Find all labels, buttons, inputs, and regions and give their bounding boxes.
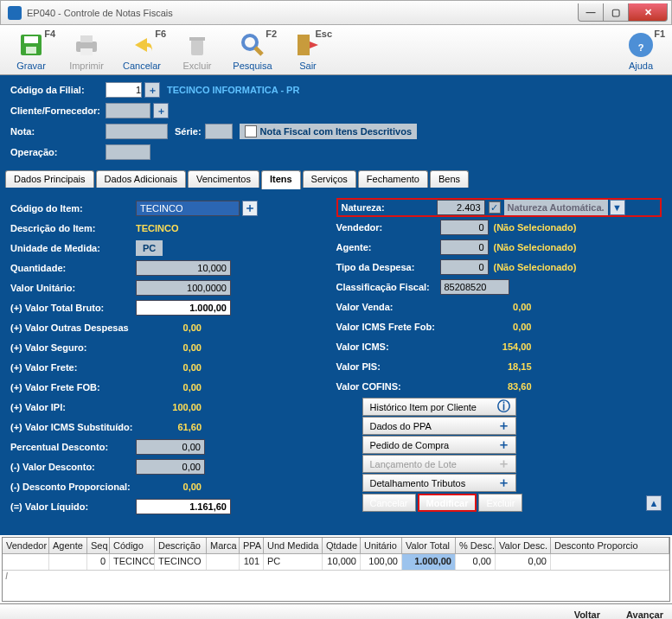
window-title: EP040 - Controle de Notas Fiscais: [27, 8, 579, 18]
seguro-label: (+) Valor Seguro:: [10, 342, 136, 353]
tab-fechamento[interactable]: Fechamento: [358, 170, 428, 188]
search-icon: [238, 30, 267, 60]
descritivos-checkbox-row[interactable]: Nota Fiscal com Itens Descritivos: [240, 124, 417, 139]
item-modificar-button[interactable]: Modificar: [418, 494, 477, 512]
item-cancelar-button[interactable]: Cancelar: [362, 494, 416, 512]
natureza-dropdown-button[interactable]: ▼: [610, 200, 625, 215]
codigo-filial-input[interactable]: [106, 82, 142, 98]
plus-icon: ＋: [497, 456, 510, 472]
grid-header[interactable]: Marca: [207, 538, 240, 553]
vendedor-input[interactable]: [440, 220, 489, 235]
grid-header[interactable]: % Desc.: [456, 538, 496, 553]
grid-header[interactable]: Desconto Proporcio: [551, 538, 669, 553]
grid-header[interactable]: Und Medida: [264, 538, 323, 553]
natureza-auto-checkbox[interactable]: ✓: [489, 201, 501, 214]
cliente-input[interactable]: [106, 103, 150, 118]
serie-label: Série:: [175, 126, 202, 137]
tributos-button[interactable]: Detalhamento Tributos＋: [362, 474, 516, 492]
total-bruto-input[interactable]: [136, 300, 231, 316]
tab-servicos[interactable]: Serviços: [303, 170, 356, 188]
codigo-item-input[interactable]: [136, 201, 240, 216]
natureza-auto-label: Natureza Automática.: [504, 200, 608, 215]
cancelar-button[interactable]: F6 Cancelar: [114, 27, 170, 73]
table-row[interactable]: 0 TECINCO TECINCO 101 PC 10,000 100,00 1…: [3, 554, 669, 570]
ppa-button[interactable]: Dados do PPA＋: [362, 417, 516, 435]
liquido-input[interactable]: [136, 499, 231, 514]
grid-header[interactable]: Descrição: [155, 538, 207, 553]
imprimir-button[interactable]: Imprimir: [59, 27, 114, 73]
close-button[interactable]: ✕: [628, 3, 668, 22]
seguro-value: 0,00: [136, 342, 205, 353]
grid-header[interactable]: Agente: [49, 538, 87, 553]
cliente-label: Cliente/Fornecedor:: [10, 105, 106, 116]
avancar-button[interactable]: Avançar: [626, 609, 663, 620]
nota-label: Nota:: [10, 126, 48, 137]
grid-header[interactable]: Qtdade: [323, 538, 361, 553]
tab-itens[interactable]: Itens: [261, 170, 301, 189]
valor-unitario-input[interactable]: [136, 280, 231, 296]
grid-insert-row[interactable]: I: [3, 570, 669, 585]
grid-header[interactable]: Código: [110, 538, 155, 553]
class-fiscal-input[interactable]: [440, 279, 509, 295]
outras-desp-label: (+) Valor Outras Despesas: [10, 322, 136, 333]
cliente-lookup-button[interactable]: ＋: [153, 103, 169, 118]
descritivos-checkbox[interactable]: [245, 125, 257, 137]
ipi-label: (+) Valor IPI:: [10, 402, 136, 412]
cofins-value: 83,60: [466, 381, 535, 392]
total-bruto-label: (+) Valor Total Bruto:: [10, 303, 136, 313]
tipo-despesa-input[interactable]: [440, 259, 489, 275]
perc-desc-input[interactable]: [136, 439, 205, 455]
unidade-value: PC: [136, 240, 163, 256]
agente-input[interactable]: [440, 239, 489, 255]
info-icon: ⓘ: [497, 399, 510, 415]
itens-panel: Código do Item: ＋ Descrição do Item: TEC…: [0, 189, 672, 535]
pedido-button[interactable]: Pedido de Compra＋: [362, 436, 516, 454]
item-excluir-button[interactable]: Excluir: [478, 494, 522, 512]
perc-desc-label: Percentual Desconto:: [10, 442, 136, 452]
tab-bens[interactable]: Bens: [430, 170, 469, 188]
val-desc-input[interactable]: [136, 459, 205, 475]
grid-header[interactable]: Seq: [87, 538, 110, 553]
codigo-item-lookup[interactable]: ＋: [242, 201, 258, 216]
svg-rect-7: [189, 37, 205, 41]
grid-header[interactable]: Unitário: [361, 538, 402, 553]
icms-sub-value: 61,60: [136, 422, 205, 432]
ajuda-button[interactable]: F1 ? Ajuda: [613, 27, 669, 73]
valor-unitario-label: Valor Unitário:: [10, 283, 136, 293]
maximize-button[interactable]: ▢: [603, 3, 629, 22]
printer-icon: [72, 30, 101, 60]
serie-input[interactable]: [205, 124, 233, 139]
frete-fob-value: 0,00: [136, 382, 205, 392]
gravar-button[interactable]: F4 Gravar: [3, 27, 59, 73]
icms-fob-value: 0,00: [466, 322, 535, 332]
excluir-button[interactable]: Excluir: [170, 27, 225, 73]
class-fiscal-label: Classificação Fiscal:: [336, 282, 440, 292]
pesquisa-button[interactable]: F2 Pesquisa: [225, 27, 280, 73]
unidade-label: Unidade de Medida:: [10, 243, 136, 253]
historico-button[interactable]: Histórico Item por Clienteⓘ: [362, 398, 516, 416]
svg-rect-4: [80, 35, 93, 42]
sair-button[interactable]: Esc Sair: [280, 27, 336, 73]
tab-vencimentos[interactable]: Vencimentos: [188, 170, 259, 188]
quantidade-input[interactable]: [136, 260, 231, 276]
nota-input[interactable]: [106, 124, 168, 139]
tab-dados-principais[interactable]: Dados Principais: [5, 170, 94, 188]
icms-fob-label: Valor ICMS Frete Fob:: [336, 322, 466, 332]
valor-venda-label: Valor Venda:: [336, 302, 466, 312]
voltar-button[interactable]: Voltar: [574, 609, 600, 620]
operacao-input[interactable]: [106, 144, 150, 160]
minimize-button[interactable]: —: [578, 3, 604, 22]
grid-header[interactable]: Valor Desc.: [496, 538, 551, 553]
frete-value: 0,00: [136, 362, 205, 373]
svg-rect-2: [26, 47, 36, 54]
natureza-input[interactable]: [437, 200, 485, 215]
filial-lookup-button[interactable]: ＋: [144, 82, 160, 98]
grid-header[interactable]: Valor Total: [402, 538, 456, 553]
nav-footer: Voltar Avançar: [0, 603, 672, 619]
scroll-up-button[interactable]: ▲: [646, 495, 662, 511]
grid-header[interactable]: Vendedor: [3, 538, 49, 553]
grid-header[interactable]: PPA: [240, 538, 264, 553]
vendedor-desc: (Não Selecionado): [494, 222, 577, 233]
tab-dados-adicionais[interactable]: Dados Adicionais: [96, 170, 186, 188]
icms-value: 154,00: [466, 341, 535, 352]
